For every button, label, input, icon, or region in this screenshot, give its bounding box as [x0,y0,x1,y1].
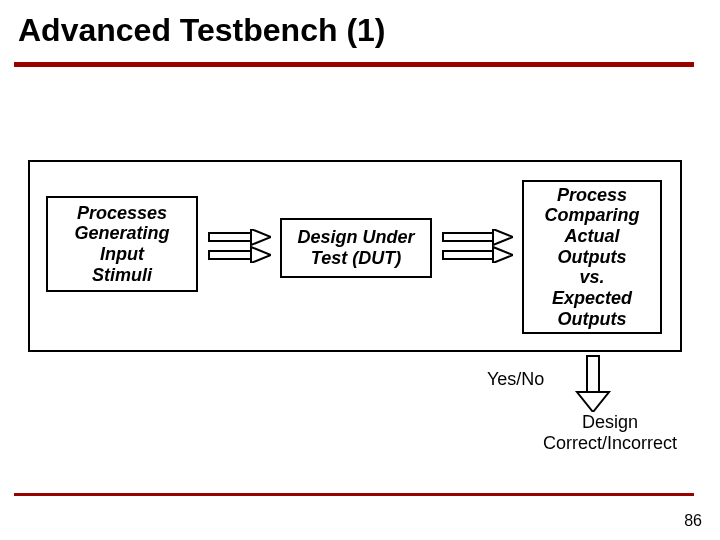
box-stimuli-label: ProcessesGeneratingInputStimuli [74,203,169,286]
arrow-stimuli-to-dut [207,229,271,263]
slide: Advanced Testbench (1) ProcessesGenerati… [0,0,720,540]
svg-marker-3 [251,247,271,263]
svg-rect-6 [443,251,493,259]
svg-rect-8 [587,356,599,392]
page-number: 86 [684,512,702,530]
arrow-dut-to-compare [441,229,513,263]
box-compare-label: ProcessComparingActualOutputsvs.Expected… [544,185,639,330]
bottom-divider [14,493,694,496]
box-stimuli: ProcessesGeneratingInputStimuli [46,196,198,292]
svg-marker-7 [493,247,513,263]
arrow-compare-to-result [573,354,613,412]
svg-rect-2 [209,251,251,259]
page-title: Advanced Testbench (1) [18,12,385,49]
svg-marker-5 [493,229,513,245]
box-dut: Design UnderTest (DUT) [280,218,432,278]
box-compare: ProcessComparingActualOutputsvs.Expected… [522,180,662,334]
title-divider [14,62,694,67]
box-dut-label: Design UnderTest (DUT) [297,227,414,268]
svg-rect-0 [209,233,251,241]
result-label: DesignCorrect/Incorrect [540,412,680,454]
svg-rect-4 [443,233,493,241]
svg-marker-9 [577,392,609,412]
svg-marker-1 [251,229,271,245]
yesno-label: Yes/No [487,369,544,390]
